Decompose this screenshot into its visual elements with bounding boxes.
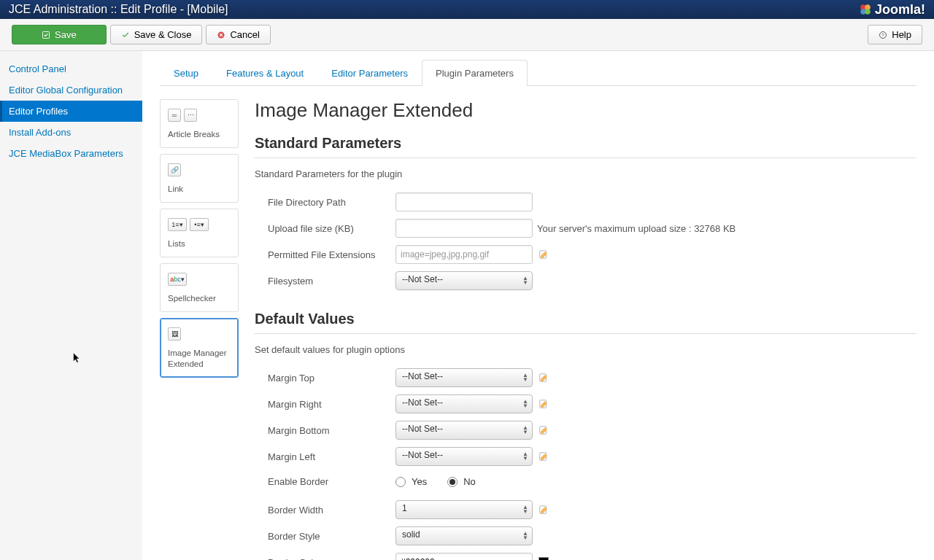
margin-left-select[interactable]: --Not Set-- (395, 447, 533, 466)
save-button[interactable]: Save (12, 25, 107, 44)
readmore-icon: ⋯ (184, 109, 197, 122)
radio-label: Yes (412, 476, 427, 487)
section-standard-title: Standard Parameters (255, 135, 916, 158)
permitted-ext-input[interactable] (395, 245, 533, 264)
edit-icon[interactable] (539, 399, 549, 409)
save-close-label: Save & Close (134, 29, 192, 40)
upload-size-hint: Your server's maximum upload size : 3276… (537, 223, 736, 234)
margin-top-select[interactable]: --Not Set-- (395, 368, 533, 387)
plugin-card-spellchecker[interactable]: abc▾ Spellchecker (160, 263, 239, 312)
plugin-label: Image Manager Extended (168, 348, 231, 370)
filesystem-select[interactable]: --Not Set-- (395, 271, 533, 290)
file-dir-label: File Directory Path (268, 197, 395, 208)
border-colour-input[interactable] (395, 553, 533, 560)
margin-right-label: Margin Right (268, 399, 395, 410)
tab-plugin-parameters[interactable]: Plugin Parameters (422, 60, 528, 86)
help-button[interactable]: ? Help (868, 25, 922, 44)
edit-icon[interactable] (539, 425, 549, 435)
border-width-label: Border Width (268, 505, 395, 516)
joomla-icon (859, 3, 872, 16)
color-swatch[interactable] (539, 557, 549, 560)
border-style-select[interactable]: solid (395, 526, 533, 545)
spellcheck-icon: abc▾ (168, 273, 187, 286)
apply-icon (42, 31, 50, 39)
ul-icon: •≡▾ (190, 218, 209, 231)
plugin-label: Article Breaks (168, 129, 231, 140)
plugin-card-article-breaks[interactable]: ═ ⋯ Article Breaks (160, 99, 239, 148)
sidebar-item-install-addons[interactable]: Install Add-ons (0, 122, 142, 143)
sidebar-item-control-panel[interactable]: Control Panel (0, 58, 142, 79)
tab-setup[interactable]: Setup (160, 60, 212, 86)
radio-icon (447, 477, 458, 487)
enable-border-yes-radio[interactable]: Yes (395, 476, 427, 487)
tab-features-layout[interactable]: Features & Layout (212, 60, 317, 86)
margin-left-label: Margin Left (268, 451, 395, 462)
enable-border-no-radio[interactable]: No (447, 476, 476, 487)
check-icon (121, 31, 130, 39)
help-icon: ? (879, 31, 887, 39)
link-icon: 🔗 (168, 163, 181, 176)
filesystem-label: Filesystem (268, 276, 395, 287)
image-icon: 🖼 (168, 327, 181, 341)
upload-size-input[interactable] (395, 219, 533, 238)
permitted-ext-label: Permitted File Extensions (268, 249, 395, 260)
ol-icon: 1≡▾ (168, 218, 187, 231)
save-close-button[interactable]: Save & Close (110, 25, 203, 44)
svg-text:?: ? (882, 33, 885, 37)
plugin-card-image-manager-extended[interactable]: 🖼 Image Manager Extended (160, 318, 239, 378)
cancel-button[interactable]: Cancel (206, 25, 270, 44)
margin-right-select[interactable]: --Not Set-- (395, 394, 533, 413)
pagebreak-icon: ═ (168, 109, 181, 122)
logo-text: Joomla! (875, 2, 925, 18)
help-label: Help (892, 29, 911, 40)
tab-bar: Setup Features & Layout Editor Parameter… (160, 60, 916, 86)
radio-label: No (463, 476, 476, 487)
plugin-label: Spellchecker (168, 293, 231, 304)
page-title: JCE Administration :: Edit Profile - [Mo… (9, 3, 228, 16)
border-width-select[interactable]: 1 (395, 500, 533, 519)
plugin-label: Lists (168, 238, 231, 249)
svg-point-3 (865, 9, 871, 15)
sidebar-item-editor-profiles[interactable]: Editor Profiles (0, 101, 142, 122)
plugin-settings: Image Manager Extended Standard Paramete… (255, 99, 916, 560)
cancel-icon (217, 31, 225, 39)
joomla-logo: Joomla! (859, 2, 925, 18)
file-dir-input[interactable] (395, 192, 533, 211)
header-bar: JCE Administration :: Edit Profile - [Mo… (0, 0, 934, 19)
toolbar: Save Save & Close Cancel ? Help (0, 19, 934, 51)
border-colour-label: Border Colour (268, 557, 395, 561)
plugin-list: ═ ⋯ Article Breaks 🔗 Link 1≡▾ •≡▾ (160, 99, 239, 560)
left-sidebar: Control Panel Editor Global Configuratio… (0, 51, 142, 560)
plugin-title: Image Manager Extended (255, 99, 916, 122)
save-button-label: Save (55, 29, 77, 40)
margin-top-label: Margin Top (268, 373, 395, 384)
plugin-card-lists[interactable]: 1≡▾ •≡▾ Lists (160, 209, 239, 257)
edit-icon[interactable] (539, 505, 549, 515)
section-standard-desc: Standard Parameters for the plugin (255, 168, 916, 179)
section-defaults-desc: Set default values for plugin options (255, 344, 916, 355)
sidebar-item-editor-global-config[interactable]: Editor Global Configuration (0, 79, 142, 101)
plugin-label: Link (168, 184, 231, 195)
margin-bottom-select[interactable]: --Not Set-- (395, 421, 533, 440)
cancel-label: Cancel (230, 29, 259, 40)
sidebar-item-jce-mediabox[interactable]: JCE MediaBox Parameters (0, 143, 142, 164)
edit-icon[interactable] (539, 373, 549, 383)
plugin-card-link[interactable]: 🔗 Link (160, 154, 239, 203)
border-style-label: Border Style (268, 531, 395, 542)
margin-bottom-label: Margin Bottom (268, 425, 395, 436)
enable-border-label: Enable Border (268, 476, 395, 487)
edit-icon[interactable] (539, 249, 549, 260)
section-defaults-title: Default Values (255, 311, 916, 334)
tab-editor-parameters[interactable]: Editor Parameters (317, 60, 422, 86)
upload-size-label: Upload file size (KB) (268, 223, 395, 234)
radio-icon (395, 477, 406, 487)
edit-icon[interactable] (539, 451, 549, 462)
